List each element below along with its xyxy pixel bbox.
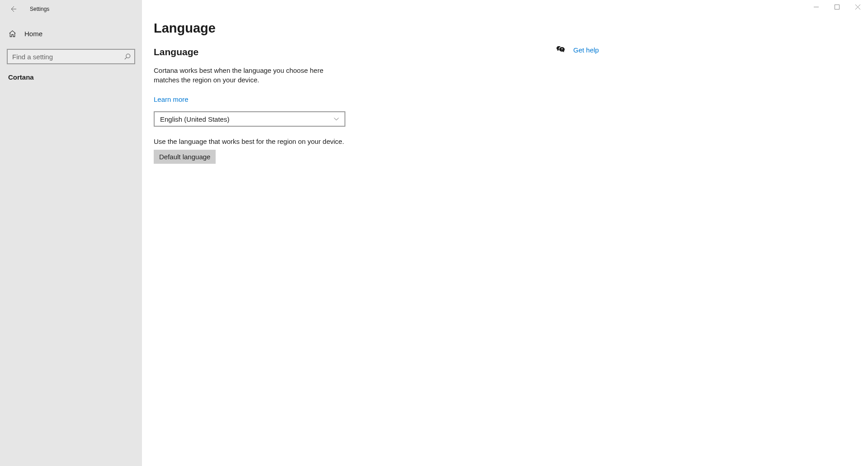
language-dropdown-value: English (United States) xyxy=(160,115,229,123)
back-arrow-icon xyxy=(9,5,17,13)
chevron-down-icon xyxy=(334,116,339,122)
help-icon xyxy=(556,45,565,54)
page-title: Language xyxy=(154,21,556,36)
maximize-button[interactable] xyxy=(826,0,847,14)
home-label: Home xyxy=(24,30,42,38)
sidebar-category-cortana[interactable]: Cortana xyxy=(0,68,142,86)
close-button[interactable] xyxy=(847,0,868,14)
content: Language Language Cortana works best whe… xyxy=(142,0,556,466)
language-description: Cortana works best when the language you… xyxy=(154,66,348,85)
search-icon xyxy=(123,53,131,60)
get-help-link[interactable]: Get help xyxy=(556,45,599,54)
titlebar-label: Settings xyxy=(30,6,49,12)
search-box[interactable] xyxy=(7,49,135,64)
svg-rect-1 xyxy=(835,5,839,9)
home-icon xyxy=(8,29,16,38)
help-panel: Get help xyxy=(556,45,599,54)
default-language-hint: Use the language that works best for the… xyxy=(154,138,556,145)
home-nav[interactable]: Home xyxy=(0,24,142,43)
sidebar: Settings Home Cortana xyxy=(0,0,142,466)
main: Language Language Cortana works best whe… xyxy=(142,0,868,466)
search-input[interactable] xyxy=(12,53,123,61)
titlebar: Settings xyxy=(0,0,142,18)
default-language-button[interactable]: Default language xyxy=(154,150,216,164)
language-dropdown[interactable]: English (United States) xyxy=(154,111,345,127)
section-title: Language xyxy=(154,47,556,57)
minimize-icon xyxy=(814,5,819,10)
minimize-button[interactable] xyxy=(806,0,826,14)
maximize-icon xyxy=(835,5,840,10)
search-wrap xyxy=(7,49,135,64)
svg-point-0 xyxy=(126,54,130,58)
get-help-label: Get help xyxy=(573,46,599,54)
back-button[interactable] xyxy=(6,2,20,16)
learn-more-link[interactable]: Learn more xyxy=(154,95,189,103)
close-icon xyxy=(855,5,860,10)
window-controls xyxy=(806,0,868,14)
